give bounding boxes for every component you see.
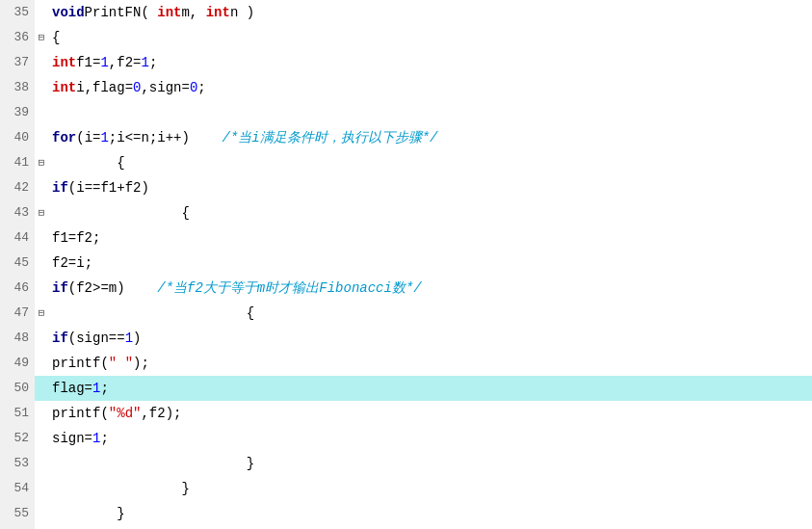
table-row: 37 int f1=1,f2=1; (0, 50, 812, 75)
line-number: 38 (0, 75, 35, 100)
line-number: 55 (0, 501, 35, 526)
line-number: 50 (0, 376, 35, 401)
collapse-button[interactable]: ⊟ (35, 200, 48, 225)
collapse-button[interactable]: ⊟ (35, 25, 48, 50)
code-text: if(sign==1) (48, 326, 141, 351)
table-row: 48 if(sign==1) (0, 326, 812, 351)
line-number: 37 (0, 50, 35, 75)
table-row: 55 } (0, 501, 812, 526)
code-text: { (48, 25, 60, 50)
line-number: 41 (0, 150, 35, 175)
code-container: 35 void PrintFN( int m, int n )36⊟{37 in… (0, 0, 812, 529)
table-row: 49 printf(" "); (0, 351, 812, 376)
table-row: 42 if(i==f1+f2) (0, 175, 812, 200)
code-text: if(f2>=m) /*当f2大于等于m时才输出Fibonacci数*/ (48, 276, 422, 301)
table-row: 44 f1=f2; (0, 225, 812, 251)
line-number: 45 (0, 251, 35, 276)
code-text: } (48, 451, 254, 476)
table-row: 36⊟{ (0, 25, 812, 50)
code-text: { (48, 301, 254, 326)
line-number: 47 (0, 301, 35, 326)
line-number: 51 (0, 401, 35, 426)
collapse-button[interactable]: ⊟ (35, 301, 48, 326)
table-row: 45 f2=i; (0, 251, 812, 276)
code-text: flag=1; (48, 376, 109, 401)
table-row: 41⊟ { (0, 150, 812, 175)
table-row: 53 } (0, 451, 812, 476)
table-row: 38 int i,flag=0,sign=0; (0, 75, 812, 100)
table-row: 47⊟ { (0, 301, 812, 326)
code-text: int i,flag=0,sign=0; (48, 75, 206, 100)
line-number: 43 (0, 200, 35, 225)
line-number: 53 (0, 451, 35, 476)
table-row: 46 if(f2>=m) /*当f2大于等于m时才输出Fibonacci数*/ (0, 276, 812, 301)
table-row: 50 flag=1; (0, 376, 812, 401)
code-text: { (48, 200, 190, 225)
line-number: 46 (0, 276, 35, 301)
table-row: 51 printf("%d",f2); (0, 401, 812, 426)
line-number: 54 (0, 476, 35, 501)
line-number: 42 (0, 175, 35, 200)
line-number: 44 (0, 225, 35, 251)
code-text: void PrintFN( int m, int n ) (48, 0, 254, 25)
code-text: for(i=1;i<=n;i++) /*当i满足条件时，执行以下步骤*/ (48, 125, 438, 150)
table-row: 54 } (0, 476, 812, 501)
code-text: } (48, 501, 125, 526)
code-text: if(i==f1+f2) (48, 175, 149, 200)
code-text: sign=1; (48, 426, 109, 451)
collapse-button[interactable]: ⊟ (35, 150, 48, 175)
line-number: 48 (0, 326, 35, 351)
line-number: 36 (0, 25, 35, 50)
table-row: 43⊟ { (0, 200, 812, 225)
code-text: { (48, 150, 125, 175)
table-row: 52 sign=1; (0, 426, 812, 451)
line-number: 40 (0, 125, 35, 150)
code-text: } (48, 476, 190, 501)
table-row: 40 for(i=1;i<=n;i++) /*当i满足条件时，执行以下步骤*/ (0, 125, 812, 150)
code-text: printf("%d",f2); (48, 401, 181, 426)
table-row: 35 void PrintFN( int m, int n ) (0, 0, 812, 25)
line-number: 52 (0, 426, 35, 451)
code-text: f1=f2; (48, 225, 100, 251)
code-text: printf(" "); (48, 351, 149, 376)
line-number: 35 (0, 0, 35, 25)
table-row: 39 (0, 100, 812, 125)
line-number: 49 (0, 351, 35, 376)
line-number: 39 (0, 100, 35, 125)
code-text: int f1=1,f2=1; (48, 50, 157, 75)
code-text: f2=i; (48, 251, 92, 276)
